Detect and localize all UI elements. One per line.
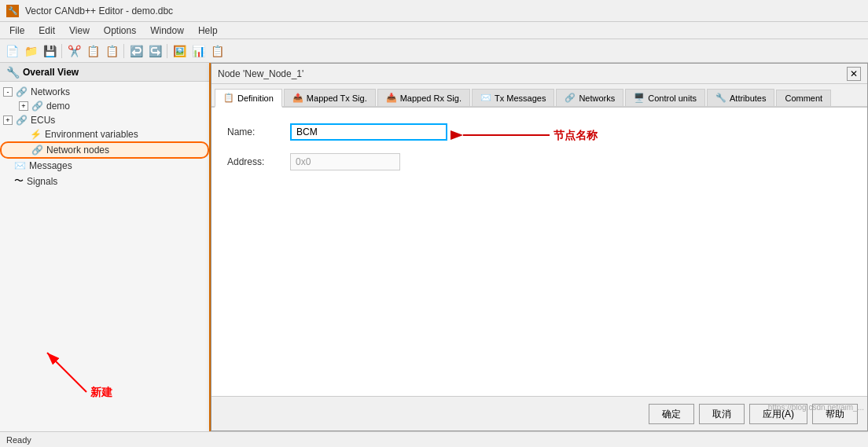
tree-expand-networks[interactable]: - xyxy=(3,87,13,97)
main-content: 🔧 Overall View - 🔗 Networks + 🔗 demo xyxy=(0,63,868,431)
tree-label-network-nodes: Network nodes xyxy=(46,145,109,156)
toolbar-view1[interactable]: 🖼️ xyxy=(171,42,188,60)
ecus-icon: 🔗 xyxy=(16,115,28,126)
demo-icon: 🔗 xyxy=(31,101,43,112)
dialog: Node 'New_Node_1' ✕ 📋 Definition 📤 Mappe… xyxy=(211,63,868,431)
menu-window[interactable]: Window xyxy=(144,24,190,38)
mapped-tx-icon: 📤 xyxy=(292,93,303,103)
tree-item-env-vars[interactable]: ⚡ Environment variables xyxy=(0,127,209,141)
dialog-title: Node 'New_Node_1' xyxy=(218,68,303,79)
toolbar-sep-1 xyxy=(61,44,62,58)
tab-bar: 📋 Definition 📤 Mapped Tx Sig. 📥 Mapped R… xyxy=(211,84,867,108)
app-title: Vector CANdb++ Editor - demo.dbc xyxy=(25,5,173,16)
panel-title: 🔧 Overall View xyxy=(0,63,209,82)
menu-view[interactable]: View xyxy=(63,24,96,38)
tree-label-demo: demo xyxy=(46,101,70,112)
tree-label-signals: Signals xyxy=(27,176,57,187)
tab-definition-label: Definition xyxy=(237,93,274,103)
tab-attributes-label: Attributes xyxy=(730,93,766,103)
status-text: Ready xyxy=(6,435,31,445)
tab-networks-label: Networks xyxy=(579,93,615,103)
tree-label-env-vars: Environment variables xyxy=(45,129,138,140)
name-label: Name: xyxy=(227,126,290,137)
tab-tx-messages[interactable]: ✉️ Tx Messages xyxy=(472,89,554,106)
annotation-new-area: 新建 xyxy=(0,384,209,431)
dialog-close-button[interactable]: ✕ xyxy=(847,67,861,81)
networks-icon: 🔗 xyxy=(16,86,28,97)
tab-comment[interactable]: Comment xyxy=(776,90,831,106)
tree-item-ecus[interactable]: + 🔗 ECUs xyxy=(0,113,209,127)
control-units-icon: 🖥️ xyxy=(634,93,645,103)
panel-icon: 🔧 xyxy=(6,66,20,79)
tab-comment-label: Comment xyxy=(785,93,822,103)
tab-tx-messages-label: Tx Messages xyxy=(495,93,546,103)
tab-mapped-tx-label: Mapped Tx Sig. xyxy=(307,93,367,103)
panel-title-text: Overall View xyxy=(23,67,79,78)
title-bar: 🔧 Vector CANdb++ Editor - demo.dbc xyxy=(0,0,868,22)
tab-definition[interactable]: 📋 Definition xyxy=(215,89,282,108)
attributes-icon: 🔧 xyxy=(715,93,726,103)
tab-mapped-rx-label: Mapped Rx Sig. xyxy=(400,93,462,103)
cancel-button[interactable]: 取消 xyxy=(699,404,745,424)
toolbar-new[interactable]: 📄 xyxy=(3,42,20,60)
network-nodes-icon: 🔗 xyxy=(31,145,43,156)
toolbar-save[interactable]: 💾 xyxy=(41,42,58,60)
svg-line-1 xyxy=(47,353,86,392)
name-form-row: Name: xyxy=(227,123,851,141)
toolbar-open[interactable]: 📁 xyxy=(22,42,39,60)
definition-tab-icon: 📋 xyxy=(223,93,234,103)
tab-attributes[interactable]: 🔧 Attributes xyxy=(707,89,774,106)
left-panel: 🔧 Overall View - 🔗 Networks + 🔗 demo xyxy=(0,63,211,431)
tree-label-ecus: ECUs xyxy=(31,115,55,126)
watermark: https://blog.csdn.net/aim_... xyxy=(765,401,867,413)
name-input[interactable] xyxy=(290,123,447,141)
toolbar-undo[interactable]: ↩️ xyxy=(127,42,145,60)
tab-control-units-label: Control units xyxy=(648,93,697,103)
menu-bar: File Edit View Options Window Help xyxy=(0,22,868,39)
toolbar-redo[interactable]: ↪️ xyxy=(146,42,164,60)
toolbar-view3[interactable]: 📋 xyxy=(208,42,226,60)
toolbar-paste[interactable]: 📋 xyxy=(103,42,120,60)
tree-expand-demo[interactable]: + xyxy=(19,101,28,111)
messages-icon: ✉️ xyxy=(14,160,26,171)
status-bar: Ready xyxy=(0,431,868,447)
app-window: 🔧 Vector CANdb++ Editor - demo.dbc File … xyxy=(0,0,868,447)
mapped-rx-icon: 📥 xyxy=(386,93,397,103)
tree-item-messages[interactable]: ✉️ Messages xyxy=(0,159,209,173)
toolbar-copy[interactable]: 📋 xyxy=(84,42,101,60)
toolbar-view2[interactable]: 📊 xyxy=(189,42,207,60)
app-icon: 🔧 xyxy=(6,5,19,17)
dialog-title-bar: Node 'New_Node_1' ✕ xyxy=(211,64,867,84)
tree-item-network-nodes[interactable]: 🔗 Network nodes xyxy=(0,141,209,159)
env-vars-icon: ⚡ xyxy=(30,129,42,140)
address-label: Address: xyxy=(227,156,290,167)
menu-options[interactable]: Options xyxy=(97,24,142,38)
address-input[interactable] xyxy=(290,153,400,170)
tree-label-messages: Messages xyxy=(29,160,72,171)
annotation-new-arrow: 新建 xyxy=(24,306,181,400)
menu-help[interactable]: Help xyxy=(192,24,224,38)
tree-label-networks: Networks xyxy=(31,86,70,97)
tab-mapped-rx[interactable]: 📥 Mapped Rx Sig. xyxy=(377,89,470,106)
tx-messages-icon: ✉️ xyxy=(480,93,491,103)
tree-item-demo[interactable]: + 🔗 demo xyxy=(0,99,209,113)
tree-expand-ecus[interactable]: + xyxy=(3,115,13,125)
confirm-button[interactable]: 确定 xyxy=(649,404,694,424)
address-form-row: Address: xyxy=(227,153,851,170)
dialog-content: Name: Address: xyxy=(211,108,867,396)
toolbar-sep-2 xyxy=(123,44,124,58)
dialog-overlay: Node 'New_Node_1' ✕ 📋 Definition 📤 Mappe… xyxy=(211,63,868,431)
toolbar-cut[interactable]: ✂️ xyxy=(65,42,83,60)
tab-control-units[interactable]: 🖥️ Control units xyxy=(625,89,705,106)
toolbar: 📄 📁 💾 ✂️ 📋 📋 ↩️ ↪️ 🖼️ 📊 📋 xyxy=(0,39,868,63)
toolbar-sep-3 xyxy=(167,44,167,58)
networks-tab-icon: 🔗 xyxy=(565,93,576,103)
signals-icon: 〜 xyxy=(14,174,24,188)
menu-edit[interactable]: Edit xyxy=(32,24,61,38)
tab-mapped-tx[interactable]: 📤 Mapped Tx Sig. xyxy=(284,89,376,106)
tab-networks[interactable]: 🔗 Networks xyxy=(556,89,623,106)
tree-item-signals[interactable]: 〜 Signals xyxy=(0,173,209,189)
menu-file[interactable]: File xyxy=(3,24,31,38)
svg-text:新建: 新建 xyxy=(90,386,112,398)
tree-item-networks[interactable]: - 🔗 Networks xyxy=(0,85,209,99)
